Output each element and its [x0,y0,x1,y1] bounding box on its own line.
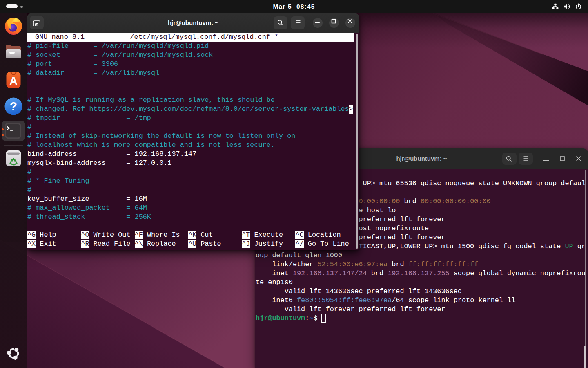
svg-text:?: ? [10,99,17,113]
svg-text:A: A [9,75,18,87]
